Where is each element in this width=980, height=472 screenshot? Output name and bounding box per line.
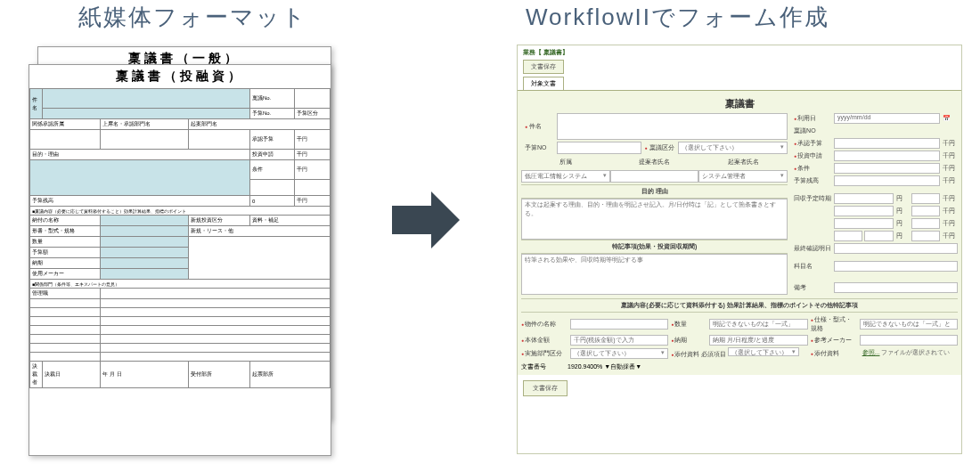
textarea-tokki[interactable]	[521, 254, 788, 295]
textarea-mokuteki[interactable]	[521, 199, 788, 240]
tab-target-doc[interactable]: 対象文書	[523, 77, 564, 90]
label-bikou: 備考	[791, 282, 834, 293]
input-kaishuu4s[interactable]	[834, 231, 862, 241]
header-naiyou: 稟議内容(必要に応じて資料添付する) 効果計算結果、指標のポイントその他特記事項	[521, 298, 958, 313]
label-toushi: 投資申請	[791, 151, 834, 161]
label-jouken: 条件	[791, 163, 834, 174]
input-nouki[interactable]: 納期 月/日程度/と過度	[709, 335, 807, 346]
label-file: 添付資料	[811, 349, 857, 358]
label-tenpu: 添付資料 必須項目 （選択して下さい）	[671, 347, 807, 359]
arrow-icon	[392, 191, 460, 248]
label-shozoku: 所属	[521, 156, 610, 168]
label-kamoku: 科目名	[791, 261, 834, 272]
select-jisshi[interactable]: （選択して下さい）	[570, 348, 668, 359]
label-kaishuu: 回収予定時期	[791, 193, 834, 204]
save-button-bottom[interactable]: 文書保存	[523, 380, 568, 396]
label-nouki: 納期	[671, 336, 706, 345]
label-kiansha: 起案者氏名	[698, 156, 788, 168]
input-bunshono[interactable]: 1920.9400% ▼自動採番▼	[568, 362, 692, 371]
label-yosanno: 予算NO	[521, 142, 557, 154]
header-mokuteki: 目的 理由	[521, 184, 788, 199]
label-shiyou: 仕様・型式・規格	[811, 315, 857, 333]
select-kiansha[interactable]: システム管理者	[698, 170, 788, 183]
paper-front: 稟議書（投融資） 件名稟議No. 予算No.予算区分 関係承認所属上席名・承認部…	[29, 64, 331, 456]
input-nouhin[interactable]	[570, 319, 668, 330]
label-teiansha: 提案者氏名	[610, 156, 699, 168]
input-yosanzan[interactable]	[834, 175, 940, 186]
input-yosanno[interactable]	[557, 142, 641, 154]
input-kamoku[interactable]	[834, 261, 958, 272]
workflow-app: 業務【 稟議書】 文書保存 対象文書 稟議書 件名 予算NO 稟議区分 （選択し…	[517, 45, 962, 454]
right-title: WorkflowIIでフォーム作成	[526, 2, 829, 33]
label-riyoubi: 利用日	[791, 113, 834, 124]
label-kenmei: 件名	[521, 113, 557, 140]
input-teiansha[interactable]	[610, 170, 699, 183]
select-tenpu[interactable]: （選択して下さい）	[728, 347, 799, 356]
select-shozoku[interactable]: 低圧電工情報システム	[521, 170, 610, 183]
input-bikou[interactable]	[834, 282, 958, 293]
input-toushi[interactable]	[834, 151, 940, 161]
input-shiyou[interactable]: 明記できないものは「一式」とする	[860, 319, 958, 330]
header-tokki: 特記事項(効果・投資回収期間)	[521, 240, 788, 254]
input-kaishuu1[interactable]	[834, 193, 894, 204]
select-ringikubun[interactable]: （選択して下さい）	[678, 142, 788, 154]
input-jouken[interactable]	[834, 163, 940, 174]
input-shoninyosan[interactable]	[834, 138, 940, 149]
label-suuryou: 数量	[671, 320, 706, 329]
left-title: 紙媒体フォーマット	[78, 2, 307, 33]
breadcrumb: 業務【 稟議書】	[523, 49, 568, 55]
input-hontai[interactable]: 千円(税抜金額)で入力	[570, 335, 668, 346]
paper-front-title: 稟議書（投融資）	[29, 65, 331, 88]
input-suuryou[interactable]: 明記できないものは「一式」	[709, 319, 807, 330]
label-maker: 参考メーカー	[811, 336, 857, 345]
input-kenmei[interactable]	[557, 113, 788, 140]
label-yosanzan: 予算残高	[791, 175, 834, 186]
input-kaishuu3[interactable]	[834, 218, 894, 229]
label-ringikubun: 稟議区分	[641, 142, 678, 154]
label-ringino: 稟議NO	[791, 126, 834, 136]
input-maker[interactable]	[860, 335, 958, 346]
input-kaishuu4[interactable]	[864, 231, 893, 241]
input-kaishuu2[interactable]	[834, 206, 894, 216]
label-nouhin: 物件の名称	[521, 320, 568, 329]
label-bunshono: 文書番号	[521, 362, 568, 371]
input-saisyuu[interactable]	[834, 243, 958, 254]
save-button-top[interactable]: 文書保存	[523, 60, 564, 74]
label-hontai: 本体金額	[521, 336, 568, 345]
input-riyoubi[interactable]: yyyy/mm/dd	[834, 113, 940, 124]
paper-stack: 稟議書（一般） 稟議書（投融資） 件名稟議No. 予算No.予算区分 関係承認所…	[29, 46, 340, 447]
label-saisyuu: 最終確認明日	[791, 243, 834, 254]
form-title: 稟議書	[521, 94, 958, 113]
file-picker[interactable]: 参照... ファイルが選択されていません。	[860, 348, 958, 359]
label-jisshi: 実施部門区分	[521, 349, 568, 358]
label-shoninyosan: 承認予算	[791, 138, 834, 149]
